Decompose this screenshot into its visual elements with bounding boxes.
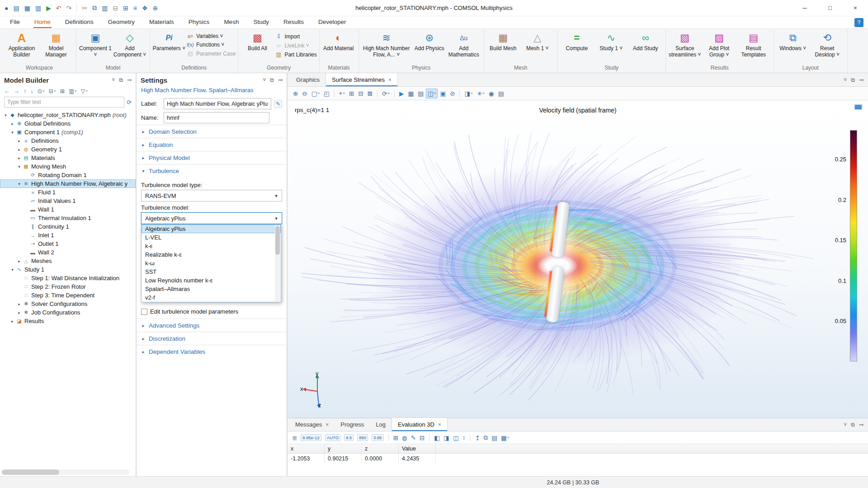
tree-caret[interactable]: ▸: [16, 259, 22, 263]
build-mesh-button[interactable]: ▦ Build Mesh: [486, 30, 520, 61]
separator[interactable]: [459, 90, 460, 97]
filter-icon[interactable]: ▽˅: [81, 88, 88, 94]
tree-caret[interactable]: ▸: [9, 122, 15, 126]
hmnf-button[interactable]: ≋ High Mach Number Flow, A... ˅: [361, 30, 412, 61]
float-button[interactable]: ⧉: [851, 77, 855, 83]
paste-icon[interactable]: ▥: [102, 5, 108, 12]
result-templates-button[interactable]: ▤ Result Templates: [737, 30, 770, 61]
tree-caret[interactable]: ▾: [3, 113, 9, 117]
play-animation-icon[interactable]: ▶: [398, 89, 405, 98]
collapse-all-icon[interactable]: ⊟˅: [49, 88, 56, 94]
add-physics-button[interactable]: ⊛ Add Physics: [413, 30, 446, 61]
tree-item[interactable]: ▾ ∿ Study 1: [0, 265, 136, 274]
tree-item[interactable]: ▸ ✱ Job Configurations: [0, 308, 136, 317]
tree-item[interactable]: ▾ ≋ High Mach Number Flow, Algebraic y: [0, 179, 136, 188]
split-column-icon[interactable]: ◫: [452, 434, 460, 442]
tree-columns-icon[interactable]: ▥˅: [69, 88, 76, 94]
menu-geometry[interactable]: Geometry: [107, 17, 136, 28]
zoom-extents-icon[interactable]: ▢˅: [310, 89, 321, 98]
float-button[interactable]: ⧉: [270, 77, 274, 83]
dropdown-option[interactable]: SST: [142, 267, 281, 276]
table-header-cell[interactable]: y: [325, 444, 362, 453]
dropdown-option[interactable]: v2-f: [142, 293, 281, 302]
pin-button[interactable]: ⊸: [278, 77, 283, 83]
tree-item[interactable]: ▸ ◪ Results: [0, 317, 136, 325]
tree-item[interactable]: ▬ Wall 1: [0, 205, 136, 214]
section-physical-model[interactable]: ▸ Physical Model: [137, 151, 287, 164]
tab-graphics[interactable]: Graphics: [290, 73, 326, 86]
menu-physics[interactable]: Physics: [188, 17, 211, 28]
filter-input[interactable]: [4, 97, 124, 108]
variables-button[interactable]: a= Variables ˅: [187, 33, 236, 39]
table-header-cell[interactable]: Value: [399, 444, 436, 453]
cut-icon[interactable]: ✂: [82, 5, 87, 12]
tree-item[interactable]: ▱ Initial Values 1: [0, 197, 136, 205]
automatic-notation-button[interactable]: AUTO: [324, 434, 341, 441]
tree-caret[interactable]: ▸: [16, 156, 22, 160]
comsol-logo-icon[interactable]: ●: [5, 5, 8, 12]
open-file-icon[interactable]: ▤: [13, 5, 19, 12]
dropdown-option[interactable]: L-VEL: [142, 233, 281, 242]
pin-button[interactable]: ⊸: [127, 77, 132, 83]
collapse-button[interactable]: ˅: [844, 77, 847, 83]
scene-color-icon[interactable]: ◨˅: [463, 89, 474, 98]
copy-table-icon[interactable]: ⧉: [483, 434, 489, 442]
copy-icon[interactable]: ⧉: [92, 4, 97, 12]
snapshot-icon[interactable]: ◉: [487, 89, 495, 98]
section-discretization[interactable]: ▸ Discretization: [137, 332, 287, 345]
separator[interactable]: [388, 434, 389, 441]
dropdown-option[interactable]: k-ε: [142, 242, 281, 250]
model-tree-icon[interactable]: ≡: [133, 5, 137, 12]
full-precision-icon[interactable]: ≣: [291, 434, 298, 442]
insert-left-icon[interactable]: ◧: [433, 434, 441, 442]
table-header-cell[interactable]: x: [288, 444, 325, 453]
table-icon[interactable]: ⊞: [123, 5, 128, 12]
build-all-button[interactable]: ▩ Build All: [241, 30, 274, 61]
separator[interactable]: [470, 434, 470, 441]
table-settings-icon[interactable]: ▦ ˅: [500, 434, 510, 442]
study-1-button[interactable]: ∿ Study 1 ˅: [594, 30, 628, 61]
tree-item[interactable]: ≈ Fluid 1: [0, 188, 136, 197]
section-turbulence[interactable]: ▾ Turbulence: [137, 164, 287, 177]
table-header-cell[interactable]: z: [362, 444, 399, 453]
import-button[interactable]: ⇩ Import: [275, 33, 316, 40]
tree-caret[interactable]: ▾: [16, 182, 22, 186]
redo-icon[interactable]: ↷: [66, 5, 72, 12]
tree-item[interactable]: ▸ ✱ Solver Configurations: [0, 300, 136, 308]
turbulence-model-select[interactable]: Algebraic yPlus ▾: [141, 212, 282, 224]
parameters-button[interactable]: Pi Parameters ˅: [152, 30, 186, 61]
back-icon[interactable]: ←: [4, 88, 10, 94]
separator[interactable]: [334, 90, 335, 97]
help-button[interactable]: ?: [854, 18, 863, 27]
save-icon[interactable]: ▦: [24, 5, 30, 12]
tree-item[interactable]: ⇢ Outlet 1: [0, 239, 136, 248]
add-plot-group-button[interactable]: ▨ Add Plot Group ˅: [703, 30, 736, 61]
tree-caret[interactable]: ▸: [16, 147, 22, 152]
dropdown-option[interactable]: k-ω: [142, 259, 281, 267]
globe-icon[interactable]: ◍: [401, 434, 408, 442]
tree-item[interactable]: ∥ Continuity 1: [0, 222, 136, 231]
menu-file[interactable]: File: [9, 17, 21, 28]
tree-item[interactable]: ▭ Thermal Insulation 1: [0, 214, 136, 222]
menu-mesh[interactable]: Mesh: [223, 17, 240, 28]
tree-caret[interactable]: ▸: [9, 319, 15, 324]
minimize-button[interactable]: ─: [792, 0, 817, 16]
delete-icon[interactable]: ⊟: [113, 5, 118, 12]
tree-item[interactable]: ▾ ▦ Moving Mesh: [0, 162, 136, 171]
livelink-button[interactable]: ∞ LiveLink ˅: [275, 42, 316, 49]
float-button[interactable]: ⧉: [119, 77, 123, 83]
rotate-view-icon[interactable]: ⟳˅: [381, 89, 391, 98]
move-down-icon[interactable]: ↓: [30, 88, 33, 94]
zoom-in-icon[interactable]: ⊕: [292, 89, 299, 98]
lock-axis-icon[interactable]: ⊘: [448, 89, 456, 98]
scrollbar-thumb[interactable]: [2, 469, 59, 475]
close-button[interactable]: ×: [843, 0, 868, 16]
edit-params-checkbox[interactable]: [141, 309, 147, 315]
view-yz-icon[interactable]: ⊟: [357, 89, 364, 98]
section-dependent-variables[interactable]: ▸ Dependent Variables: [137, 345, 287, 358]
menu-study[interactable]: Study: [252, 17, 270, 28]
tree-caret[interactable]: ▾: [9, 130, 15, 135]
collapse-button[interactable]: ˅: [263, 77, 266, 83]
insert-right-icon[interactable]: ◨: [443, 434, 450, 442]
close-icon[interactable]: ×: [388, 77, 392, 83]
